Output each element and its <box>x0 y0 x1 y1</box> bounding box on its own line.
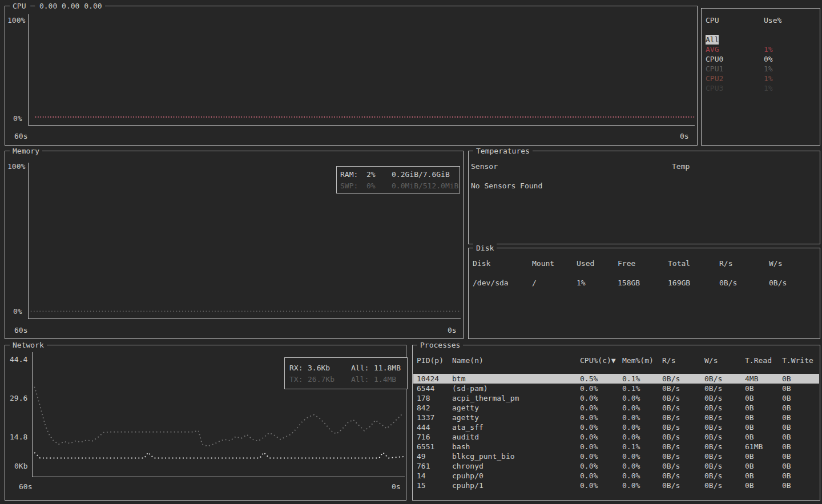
disk-panel: Disk Disk Mount Used Free Total R/s W/s … <box>468 248 820 339</box>
process-cell-ws: 0B/s <box>704 374 722 384</box>
process-cell-tread: 0B <box>745 422 754 432</box>
cpu-legend-row-cpu1[interactable]: CPU11% <box>702 64 819 74</box>
process-cell-pid: 178 <box>417 393 430 403</box>
process-row[interactable]: 6551bash0.0%0.1%0B/s0B/s61MB0B <box>413 442 819 451</box>
rx-rate: 3.6Kb <box>308 363 330 373</box>
process-cell-tread: 0B <box>745 451 754 461</box>
disk-panel-title: Disk <box>473 243 497 253</box>
proc-col-pid[interactable]: PID(p) <box>417 356 444 365</box>
process-cell-cpu: 0.0% <box>580 393 598 403</box>
disk-col-ws[interactable]: W/s <box>769 259 782 268</box>
process-cell-mem: 0.0% <box>622 451 640 461</box>
process-row[interactable]: 15cpuhp/10.0%0.0%0B/s0B/s0B0B <box>413 481 819 490</box>
proc-col-tread[interactable]: T.Read <box>745 356 772 365</box>
disk-table-header: Disk Mount Used Free Total R/s W/s <box>469 259 819 268</box>
proc-col-ws[interactable]: W/s <box>704 356 718 365</box>
disk-cell-ws: 0B/s <box>769 278 787 288</box>
cpu-x-axis-left-label: 60s <box>14 131 27 141</box>
disk-cell-mount: / <box>532 278 537 288</box>
temperatures-panel: Temperatures Sensor Temp No Sensors Foun… <box>468 151 820 244</box>
cpu-legend-use: 1% <box>764 45 773 54</box>
process-cell-cpu: 0.0% <box>580 422 598 432</box>
memory-y-axis-top-label: 100% <box>7 162 25 171</box>
tx-all-label: All: <box>351 374 369 384</box>
process-cell-twrite: 0B <box>782 413 791 422</box>
process-row[interactable]: 716auditd0.0%0.0%0B/s0B/s0B0B <box>413 432 819 442</box>
process-cell-name: cpuhp/0 <box>452 471 483 481</box>
network-y-tick-2: 29.6 <box>10 393 27 403</box>
proc-col-twrite[interactable]: T.Write <box>782 356 813 365</box>
cpu-legend-use: 1% <box>764 83 773 93</box>
proc-col-mem[interactable]: Mem%(m) <box>622 356 654 365</box>
disk-cell-total: 169GB <box>668 278 690 288</box>
cpu-legend-col-name: CPU <box>706 15 719 25</box>
process-cell-mem: 0.0% <box>622 432 640 442</box>
cpu-legend-row-all[interactable]: All <box>702 35 819 45</box>
process-row[interactable]: 14cpuhp/00.0%0.0%0B/s0B/s0B0B <box>413 471 819 481</box>
process-cell-name: cpuhp/1 <box>452 481 483 490</box>
disk-col-total[interactable]: Total <box>668 259 690 268</box>
disk-col-disk[interactable]: Disk <box>473 259 490 268</box>
temp-col-temp[interactable]: Temp <box>672 162 690 171</box>
disk-row[interactable]: /dev/sda/1%158GB169GB0B/s0B/s <box>469 278 819 288</box>
process-row[interactable]: 10424btm0.5%0.1%0B/s0B/s4MB0B <box>413 374 819 384</box>
process-cell-mem: 0.0% <box>622 461 640 471</box>
disk-col-rs[interactable]: R/s <box>719 259 732 268</box>
cpu-legend-row-cpu0[interactable]: CPU00% <box>702 54 819 64</box>
process-row[interactable]: 6544(sd-pam)0.0%0.1%0B/s0B/s0B0B <box>413 384 819 393</box>
process-cell-tread: 0B <box>745 384 754 393</box>
proc-col-rs[interactable]: R/s <box>662 356 675 365</box>
process-cell-name: auditd <box>452 432 479 442</box>
disk-col-used[interactable]: Used <box>577 259 594 268</box>
process-cell-rs: 0B/s <box>662 413 680 422</box>
process-cell-pid: 842 <box>417 403 430 413</box>
process-cell-tread: 0B <box>745 413 754 422</box>
process-cell-rs: 0B/s <box>662 442 680 451</box>
cpu-legend-name: CPU3 <box>706 83 723 93</box>
processes-panel: Processes PID(p) Name(n) CPU%(c)▼ Mem%(m… <box>412 345 820 501</box>
series-rx-kb <box>34 453 403 458</box>
process-row[interactable]: 842agetty0.0%0.0%0B/s0B/s0B0B <box>413 403 819 413</box>
swap-amount: 0.0MiB/512.0MiB <box>392 181 458 191</box>
cpu-legend-row-avg[interactable]: AVG1% <box>702 45 819 54</box>
cpu-load-average: 0.00 0.00 0.00 <box>26 2 102 10</box>
cpu-legend-use: 1% <box>764 64 773 74</box>
tx-label: TX: <box>289 374 303 384</box>
cpu-y-axis-top-label: 100% <box>7 15 25 25</box>
temp-empty-message: No Sensors Found <box>471 181 542 191</box>
process-cell-ws: 0B/s <box>704 442 722 451</box>
process-cell-rs: 0B/s <box>662 451 680 461</box>
memory-legend-swap: SWP: 0% 0.0MiB/512.0MiB <box>337 181 460 191</box>
cpu-panel-title: CPU0.00 0.00 0.00 <box>10 1 105 11</box>
ram-label: RAM: <box>340 170 358 179</box>
disk-col-mount[interactable]: Mount <box>532 259 554 268</box>
process-cell-name: acpi_thermal_pm <box>452 393 519 403</box>
process-cell-tread: 0B <box>745 461 754 471</box>
proc-col-name[interactable]: Name(n) <box>452 356 483 365</box>
process-cell-ws: 0B/s <box>704 481 722 490</box>
proc-col-cpu[interactable]: CPU%(c)▼ <box>580 356 616 365</box>
process-row[interactable]: 761chronyd0.0%0.0%0B/s0B/s0B0B <box>413 461 819 471</box>
memory-x-axis-left-label: 60s <box>14 325 27 335</box>
process-cell-pid: 6551 <box>417 442 434 451</box>
network-legend-tx: TX: 26.7Kb All: 1.4MB <box>285 374 407 384</box>
disk-col-free[interactable]: Free <box>618 259 635 268</box>
process-cell-twrite: 0B <box>782 451 791 461</box>
swap-percent: 0% <box>366 181 376 191</box>
process-row[interactable]: 49blkcg_punt_bio0.0%0.0%0B/s0B/s0B0B <box>413 451 819 461</box>
network-x-axis-left-label: 60s <box>19 482 32 491</box>
process-row[interactable]: 444ata_sff0.0%0.0%0B/s0B/s0B0B <box>413 422 819 432</box>
process-cell-name: blkcg_punt_bio <box>452 451 515 461</box>
temp-col-sensor[interactable]: Sensor <box>471 162 498 171</box>
cpu-legend-panel: CPU Use% AllAVG1%CPU00%CPU11%CPU21%CPU31… <box>701 8 820 146</box>
process-row[interactable]: 1337agetty0.0%0.0%0B/s0B/s0B0B <box>413 413 819 422</box>
disk-cell-free: 158GB <box>618 278 640 288</box>
process-cell-ws: 0B/s <box>704 384 722 393</box>
process-row[interactable]: 178acpi_thermal_pm0.0%0.0%0B/s0B/s0B0B <box>413 393 819 403</box>
cpu-legend-row-cpu3[interactable]: CPU31% <box>702 83 819 93</box>
process-cell-ws: 0B/s <box>704 461 722 471</box>
cpu-legend-row-cpu2[interactable]: CPU21% <box>702 74 819 83</box>
process-cell-cpu: 0.0% <box>580 442 598 451</box>
process-cell-twrite: 0B <box>782 384 791 393</box>
cpu-usage-graph <box>29 14 695 126</box>
